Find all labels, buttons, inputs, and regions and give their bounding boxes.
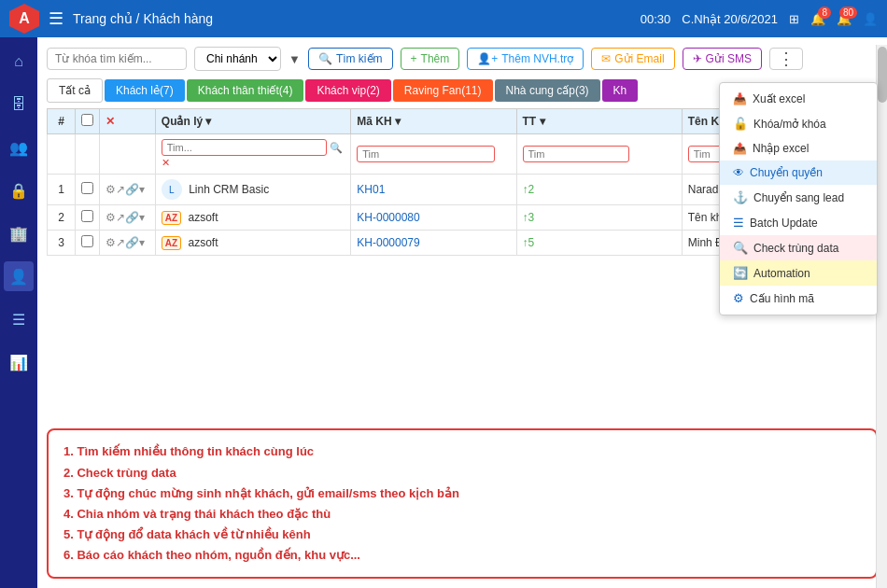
filter-quan-ly[interactable]: 🔍 ✕	[155, 134, 351, 175]
top-bar: A ☰ Trang chủ / Khách hàng 00:30 C.Nhật …	[0, 0, 887, 37]
topbar-time: 00:30	[641, 12, 671, 26]
menu-xuat-excel[interactable]: 📥 Xuất excel	[720, 87, 877, 111]
row2-ma-kh[interactable]: KH-0000080	[351, 205, 516, 231]
sidebar-users-icon[interactable]: 👥	[4, 133, 34, 162]
row3-checkbox[interactable]	[76, 231, 100, 256]
scrollbar-thumb[interactable]	[878, 47, 887, 103]
info-line-2: 2. Check trùng data	[63, 463, 861, 483]
automation-icon: 🔄	[733, 266, 748, 280]
filter-search-icon[interactable]: 🔍	[330, 142, 343, 153]
row3-az-logo: AZ	[162, 236, 181, 250]
tab-kh[interactable]: Kh	[602, 79, 639, 102]
chuyen-lead-icon: ⚓	[733, 190, 748, 204]
grid-icon[interactable]: ⊞	[789, 12, 799, 26]
sidebar-home-icon[interactable]: ⌂	[4, 47, 34, 77]
col-num: #	[48, 109, 76, 134]
row1-tt: ↑2	[516, 175, 682, 205]
row2-actions[interactable]: ⚙↗🔗▾	[100, 205, 156, 231]
notification-badge-2[interactable]: 🔔80	[837, 12, 852, 26]
filter-clear-icon[interactable]: ✕	[162, 157, 170, 168]
tab-all[interactable]: Tất cả	[47, 78, 103, 103]
sidebar-list-icon[interactable]: ☰	[4, 304, 34, 334]
row3-tt: ↑5	[516, 231, 682, 256]
menu-automation[interactable]: 🔄 Automation	[720, 260, 877, 286]
toolbar: Chi nhánh ▼ 🔍 Tìm kiếm + Thêm 👤+ Thêm NV…	[47, 47, 878, 71]
dropdown-arrow-icon[interactable]: ▼	[289, 52, 301, 66]
row3-num: 3	[48, 231, 76, 256]
search-input[interactable]	[47, 48, 187, 70]
menu-chuyen-sang-lead[interactable]: ⚓ Chuyển sang lead	[720, 185, 877, 210]
select-all-checkbox[interactable]	[81, 114, 93, 126]
filter-clear	[100, 134, 156, 175]
tab-than-thiet[interactable]: Khách thân thiết(4)	[187, 79, 304, 102]
branch-select[interactable]: Chi nhánh	[194, 47, 281, 71]
nhap-excel-icon: 📤	[733, 142, 747, 155]
tab-khach-le[interactable]: Khách lẻ(7)	[105, 79, 185, 102]
row3-ma-kh[interactable]: KH-0000079	[351, 231, 516, 256]
filter-quan-ly-input[interactable]	[162, 139, 327, 156]
col-tt[interactable]: TT ▾	[516, 109, 682, 134]
main-layout: ⌂ 🗄 👥 🔒 🏢 👤 ☰ 📊 Chi nhánh ▼ 🔍 Tìm kiếm +…	[0, 37, 887, 588]
sidebar-chart-icon[interactable]: 📊	[4, 347, 34, 377]
main-content: Chi nhánh ▼ 🔍 Tìm kiếm + Thêm 👤+ Thêm NV…	[37, 37, 887, 588]
menu-nhap-excel[interactable]: 📤 Nhập excel	[720, 136, 877, 161]
sms-icon: ✈	[693, 52, 702, 65]
row1-num: 1	[48, 175, 76, 205]
info-line-3: 3. Tự động chúc mừng sinh nhật khách, gử…	[63, 483, 861, 504]
col-checkbox[interactable]	[76, 109, 100, 134]
chuyen-quyen-icon: 👁	[733, 166, 744, 179]
filter-tt-input[interactable]	[523, 146, 630, 162]
send-sms-button[interactable]: ✈ Gửi SMS	[683, 48, 762, 70]
row2-manager: AZ azsoft	[155, 205, 351, 231]
col-quan-ly[interactable]: Quản lý ▾	[155, 109, 351, 134]
add-nvh-button[interactable]: 👤+ Thêm NVH.trợ	[467, 48, 584, 70]
row1-avatar: L	[162, 179, 182, 200]
user-avatar[interactable]: 👤	[863, 12, 878, 26]
sidebar-lock-icon[interactable]: 🔒	[4, 175, 34, 205]
topbar-right: 00:30 C.Nhật 20/6/2021 ⊞ 🔔8 🔔80 👤	[641, 12, 878, 26]
menu-batch-update[interactable]: ☰ Batch Update	[720, 210, 877, 235]
row1-actions[interactable]: ⚙↗🔗▾	[100, 175, 156, 205]
notification-badge-1[interactable]: 🔔8	[810, 12, 825, 26]
tab-raving-fan[interactable]: Raving Fan(11)	[393, 79, 493, 102]
info-line-4: 4. Chia nhóm và trạng thái khách theo đặ…	[63, 504, 861, 525]
breadcrumb: Trang chủ / Khách hàng	[73, 11, 631, 26]
email-icon: ✉	[601, 52, 611, 65]
row2-checkbox[interactable]	[76, 205, 100, 231]
filter-ma-kh-input[interactable]	[357, 146, 495, 162]
search-button[interactable]: 🔍 Tìm kiếm	[308, 48, 393, 70]
row1-ma-kh[interactable]: KH01	[351, 175, 516, 205]
add-button[interactable]: + Thêm	[401, 48, 460, 70]
app-logo: A	[9, 4, 39, 34]
info-line-5: 5. Tự động đổ data khách về từ nhiều kên…	[63, 525, 861, 545]
sidebar-database-icon[interactable]: 🗄	[4, 90, 34, 119]
menu-icon[interactable]: ☰	[49, 8, 63, 29]
sidebar-org-icon[interactable]: 🏢	[4, 218, 34, 248]
info-line-6: 6. Báo cáo khách theo nhóm, nguồn đến, k…	[63, 545, 861, 566]
row1-manager: L Linh CRM Basic	[155, 175, 351, 205]
filter-tt[interactable]	[516, 134, 682, 175]
filter-ma-kh[interactable]	[351, 134, 516, 175]
khoa-icon: 🔓	[733, 117, 748, 131]
col-clear[interactable]: ✕	[100, 109, 156, 134]
info-line-1: 1. Tìm kiếm nhiều thông tin khách cùng l…	[63, 441, 861, 462]
dropdown-menu: 📥 Xuất excel 🔓 Khóa/mở khóa 📤 Nhập excel…	[719, 82, 878, 315]
filter-check	[76, 134, 100, 175]
batch-icon: ☰	[733, 216, 744, 230]
info-box: 1. Tìm kiếm nhiều thông tin khách cùng l…	[47, 428, 878, 579]
row3-actions[interactable]: ⚙↗🔗▾	[100, 231, 156, 256]
topbar-date: C.Nhật 20/6/2021	[682, 12, 778, 26]
menu-chuyen-quyen[interactable]: 👁 Chuyển quyền	[720, 161, 877, 185]
menu-cau-hinh-ma[interactable]: ⚙ Cấu hình mã	[720, 286, 877, 311]
row1-checkbox[interactable]	[76, 175, 100, 205]
send-email-button[interactable]: ✉ Gửi Email	[591, 48, 674, 70]
menu-check-trung[interactable]: 🔍 Check trùng data	[720, 235, 877, 260]
tab-nha-cung-cap[interactable]: Nhà cung cấp(3)	[495, 79, 600, 102]
row2-num: 2	[48, 205, 76, 231]
more-options-button[interactable]: ⋮	[769, 48, 803, 70]
tab-vip[interactable]: Khách vip(2)	[305, 79, 390, 102]
filter-num	[48, 134, 76, 175]
col-ma-kh[interactable]: Mã KH ▾	[351, 109, 516, 134]
menu-khoa-mo-khoa[interactable]: 🔓 Khóa/mở khóa	[720, 111, 877, 136]
sidebar-person-icon[interactable]: 👤	[4, 261, 34, 291]
